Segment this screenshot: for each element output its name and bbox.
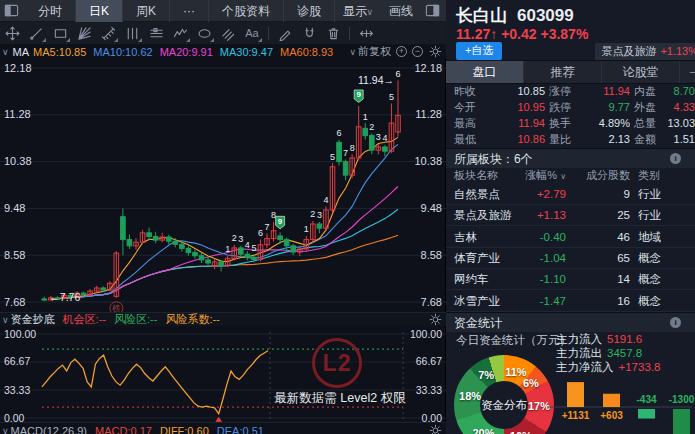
indicator-fields: 机会区:--风险区:--风险系数:-- [63, 312, 228, 327]
move-tool-icon[interactable] [0, 22, 24, 45]
chart-period-tab[interactable]: 诊股 [284, 0, 335, 22]
sectors-title: 所属板块：6个 [454, 152, 533, 166]
ellipse-tool-icon[interactable] [192, 22, 216, 45]
indicator-field-label: DIFF:0.60 [160, 425, 209, 434]
price-band-tool-icon[interactable] [144, 22, 168, 45]
stock-price-row: 11.27↑ +0.42 +3.87% [456, 26, 588, 42]
collapse-ma-icon[interactable]: ∨ [2, 47, 9, 57]
collapse-right-panel-icon[interactable] [425, 3, 442, 18]
quote-value: 11.94 [493, 116, 545, 131]
panel-tab[interactable]: 盘口 [446, 61, 524, 83]
sector-row[interactable]: 自然景点+2.799行业 [446, 184, 695, 205]
chart-period-tab[interactable]: 个股资料 [209, 0, 284, 22]
chart-period-tab[interactable]: 分时 [25, 0, 76, 22]
magnet-tool-icon[interactable] [297, 22, 321, 45]
gear-icon[interactable] [429, 424, 442, 434]
panel-tab[interactable]: 推荐 [524, 61, 602, 83]
sector-type: 行业 [638, 184, 678, 205]
sector-row[interactable]: 体育产业-1.0465概念 [446, 248, 695, 269]
draw-line-button[interactable]: 画线 [381, 0, 421, 22]
sequence-mark: 7 [264, 222, 269, 232]
measure-tool-icon[interactable] [96, 22, 120, 45]
sequence-mark: 3 [238, 234, 243, 244]
sequence-mark: 1 [304, 224, 309, 234]
text-tool-icon[interactable]: Aa [240, 22, 264, 45]
wave-tool-icon[interactable] [168, 22, 192, 45]
sector-row[interactable]: 吉林-0.4046地域 [446, 227, 695, 248]
candlestick-chart[interactable]: 12345678912345678912345611.94→←7.76榜12.1… [0, 58, 446, 312]
sector-chip[interactable]: 景点及旅游+1.13% [595, 43, 695, 61]
add-watchlist-button[interactable]: +自选 [456, 42, 502, 60]
sector-count: 46 [574, 227, 630, 248]
chart-period-tab[interactable]: 周K [123, 0, 170, 22]
sequence-mark: 1 [225, 244, 230, 254]
column-header[interactable]: 类别 [638, 168, 678, 183]
flow-bar-label: -434 [636, 394, 656, 405]
quote-row: 最低10.86量比2.13金额1.51亿 [446, 132, 695, 147]
adjust-mode-selector[interactable]: 前复权 [358, 44, 391, 59]
sequence-mark: 6 [395, 69, 400, 79]
zoom-in-icon[interactable]: + [396, 46, 407, 57]
sector-row[interactable]: 冰雪产业-1.4716概念 [446, 291, 695, 312]
sector-row[interactable]: 网约车-1.1014概念 [446, 269, 695, 290]
quote-value: 1.51亿 [638, 132, 695, 147]
y-axis-label: 33.33 [416, 384, 442, 396]
info-icon[interactable]: i [670, 153, 681, 164]
expand-tool-icon[interactable] [354, 22, 378, 45]
chart-period-tab[interactable]: ··· [170, 0, 209, 22]
quote-label: 最高 [454, 116, 476, 131]
ma-value-label: MA5:10.85 [33, 46, 86, 58]
fund-line-chart[interactable]: 100.00100.0066.6766.6733.3333.330.000.00 [0, 326, 446, 422]
fund-flow-bars: +1131+603-434-1300 [540, 330, 695, 434]
sequence-mark: 5 [330, 152, 335, 162]
quote-value: 4.89% [578, 116, 630, 131]
toolbar-divider [349, 27, 350, 40]
zoom-out-icon[interactable]: − [412, 46, 423, 57]
sectors-header: 所属板块：6个 i [446, 148, 695, 168]
y-axis-label: 10.38 [414, 155, 442, 167]
y-axis-label: 9.48 [421, 202, 442, 214]
rect-tool-icon[interactable] [48, 22, 72, 45]
sector-type: 地域 [638, 227, 678, 248]
sector-type: 概念 [638, 291, 678, 312]
trendline-tool-icon[interactable] [24, 22, 48, 45]
flow-bar [567, 382, 584, 407]
price-annotation: ←7.76 [49, 291, 80, 303]
indicator-field-label: 机会区:-- [63, 312, 106, 327]
parallel-lines-tool-icon[interactable] [216, 22, 240, 45]
chart-period-tab[interactable]: 日K [76, 0, 123, 22]
gear-icon[interactable] [429, 313, 442, 326]
collapse-indicator-icon[interactable]: ∨ [2, 315, 9, 325]
sequence-mark: 4 [323, 195, 328, 205]
flow-bar-label: +1131 [562, 410, 590, 421]
sector-row[interactable]: 景点及旅游+1.1325行业 [446, 205, 695, 226]
gann-fan-tool-icon[interactable] [72, 22, 96, 45]
column-header[interactable]: 成分股数 [574, 168, 630, 183]
display-menu-button[interactable]: 显示 ∨ [335, 0, 381, 22]
sequence-mark: 7 [343, 148, 348, 158]
info-icon[interactable]: i [670, 317, 681, 328]
collapse-macd-icon[interactable]: ∨ [2, 426, 9, 434]
quote-label: 量比 [549, 132, 571, 147]
indicator-field-label: MACD:0.17 [95, 425, 152, 434]
quote-label: 换手 [549, 116, 571, 131]
quote-row: 今开10.95跌停9.77外盘4.33万 [446, 100, 695, 115]
panel-tab[interactable]: 论股堂 [602, 61, 680, 83]
sector-count: 9 [574, 184, 630, 205]
chevron-down-icon: ∨ [366, 7, 373, 17]
delete-tool-icon[interactable] [321, 22, 345, 45]
collapse-left-panel-icon[interactable] [4, 3, 21, 18]
panel-tabs: 盘口推荐论股堂– [446, 60, 695, 84]
y-axis-label: 11.28 [415, 108, 442, 120]
brush-tool-icon[interactable] [273, 22, 297, 45]
column-header-sort[interactable]: 涨幅% ∨ [508, 168, 566, 183]
stock-name: 长白山603099 [456, 4, 574, 27]
sector-change: +1.13 [508, 205, 566, 226]
quote-panel: 长白山603099 11.27↑ +0.42 +3.87% +自选 景点及旅游+… [446, 0, 695, 434]
chart-period-tabs: 分时日K周K···个股资料诊股 [25, 0, 335, 22]
gear-icon[interactable] [429, 45, 442, 58]
quote-label: 跌停 [549, 100, 571, 115]
panel-tab-more-icon[interactable]: – [680, 61, 695, 83]
time-zones-tool-icon[interactable] [120, 22, 144, 45]
sequence-mark: 6 [337, 128, 342, 138]
